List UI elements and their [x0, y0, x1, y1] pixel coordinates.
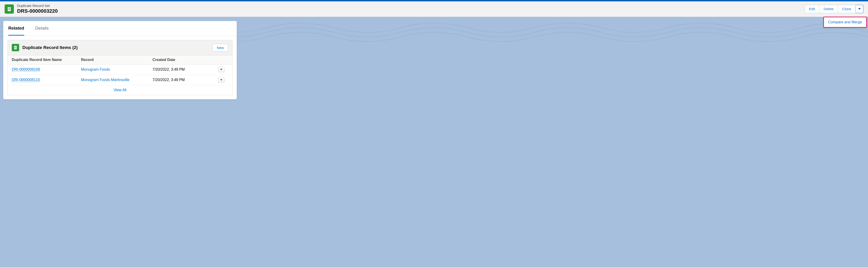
- more-actions-dropdown: Compare and Merge: [823, 17, 867, 28]
- related-tab-body: Duplicate Record Items (2) New Duplicate…: [3, 36, 237, 99]
- item-name-link[interactable]: DRI-0000008109: [12, 67, 40, 71]
- col-actions: [218, 58, 228, 62]
- svg-rect-3: [8, 9, 10, 9]
- more-actions-button[interactable]: [856, 5, 863, 13]
- svg-rect-4: [8, 10, 10, 10]
- tab-bar: Related Details: [3, 21, 237, 36]
- related-table-header: Duplicate Record Item Name Record Create…: [8, 55, 232, 64]
- table-row: DRI-0000008109 Monogram Foods 7/20/2022,…: [8, 64, 232, 75]
- chevron-down-icon: [220, 69, 222, 70]
- col-record: Record: [81, 58, 153, 62]
- svg-rect-8: [15, 48, 16, 49]
- row-actions-button[interactable]: [218, 67, 224, 72]
- new-button[interactable]: New: [213, 44, 228, 52]
- header-text: Duplicate Record Set DRS-0000003220: [17, 4, 58, 14]
- chevron-down-icon: [220, 79, 222, 81]
- created-date-value: 7/20/2022, 3:49 PM: [153, 78, 218, 82]
- row-actions-button[interactable]: [218, 77, 224, 83]
- duplicate-record-items-icon: [12, 44, 19, 51]
- created-date-value: 7/20/2022, 3:49 PM: [153, 67, 218, 71]
- svg-rect-1: [8, 6, 10, 7]
- edit-button[interactable]: Edit: [805, 5, 819, 13]
- header-left: Duplicate Record Set DRS-0000003220: [5, 4, 58, 14]
- compare-and-merge-item[interactable]: Compare and Merge: [828, 20, 862, 24]
- content-region: Related Details Duplicate Record Items (…: [0, 17, 240, 103]
- col-created-date: Created Date: [153, 58, 218, 62]
- col-item-name: Duplicate Record Item Name: [12, 58, 81, 62]
- record-name: DRS-0000003220: [17, 8, 58, 14]
- related-list-card: Duplicate Record Items (2) New Duplicate…: [7, 40, 232, 95]
- main-card: Related Details Duplicate Record Items (…: [3, 21, 237, 99]
- record-link[interactable]: Monogram Foods Martinsville: [81, 78, 129, 82]
- record-set-icon: [5, 4, 14, 13]
- related-list-header: Duplicate Record Items (2) New: [8, 40, 232, 55]
- chevron-down-icon: [858, 8, 861, 10]
- svg-rect-7: [15, 47, 16, 48]
- record-header: Duplicate Record Set DRS-0000003220 Edit…: [0, 1, 868, 17]
- delete-button[interactable]: Delete: [819, 5, 838, 13]
- svg-rect-2: [8, 8, 10, 8]
- header-action-group: Edit Delete Clone: [805, 5, 863, 13]
- tab-related[interactable]: Related: [8, 21, 24, 36]
- item-name-link[interactable]: DRI-0000008110: [12, 78, 40, 82]
- related-title-wrap: Duplicate Record Items (2): [12, 44, 78, 51]
- related-list-title[interactable]: Duplicate Record Items (2): [22, 45, 78, 50]
- record-type-label: Duplicate Record Set: [17, 4, 58, 8]
- view-all-link[interactable]: View All: [8, 85, 232, 95]
- tab-details[interactable]: Details: [35, 21, 49, 36]
- table-row: DRI-0000008110 Monogram Foods Martinsvil…: [8, 75, 232, 85]
- clone-button[interactable]: Clone: [838, 5, 856, 13]
- record-link[interactable]: Monogram Foods: [81, 67, 110, 71]
- svg-rect-6: [15, 47, 16, 47]
